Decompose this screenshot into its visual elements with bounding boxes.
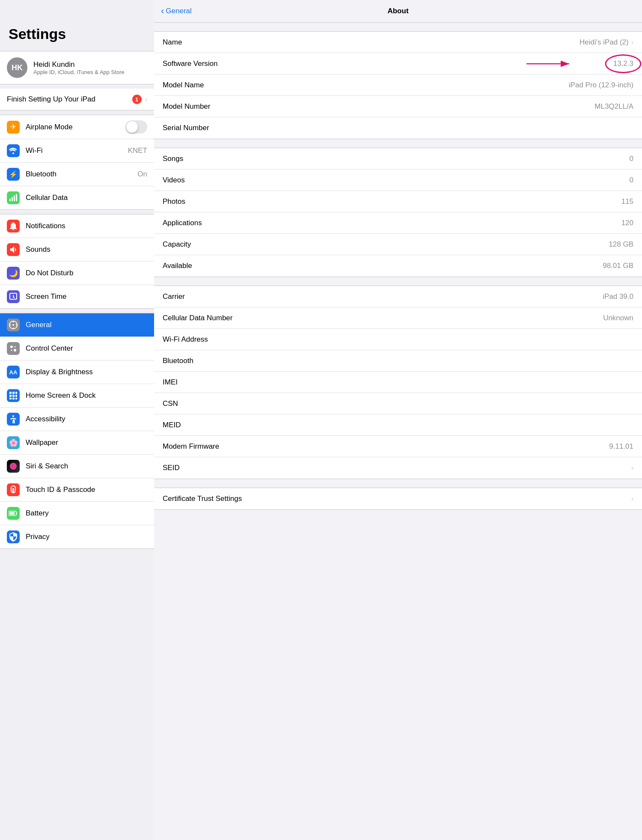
- back-chevron-icon: ‹: [161, 6, 164, 17]
- cellular-icon: [7, 191, 20, 204]
- table-row-model-number: Model Number ML3Q2LL/A: [154, 96, 642, 117]
- svg-rect-12: [15, 392, 17, 394]
- sidebar: Settings HK Heidi Kundin Apple ID, iClou…: [0, 0, 154, 840]
- sidebar-item-airplane-mode[interactable]: ✈ Airplane Mode: [0, 115, 154, 139]
- airplane-mode-toggle[interactable]: [125, 120, 147, 134]
- svg-point-7: [14, 349, 16, 351]
- touch-id-icon: [7, 483, 20, 496]
- about-group-4: Certificate Trust Settings ›: [154, 488, 642, 510]
- row-label-model-number: Model Number: [163, 102, 594, 111]
- svg-rect-17: [12, 398, 15, 399]
- row-value-software-version: 13.2.3: [613, 60, 633, 68]
- row-label-modem-firmware: Modem Firmware: [163, 442, 609, 451]
- wallpaper-icon: 🌸: [7, 436, 20, 449]
- svg-rect-11: [12, 392, 15, 394]
- row-value-photos: 115: [621, 197, 633, 206]
- sidebar-item-accessibility[interactable]: Accessibility: [0, 408, 154, 431]
- do-not-disturb-label: Do Not Disturb: [26, 269, 147, 277]
- airplane-mode-label: Airplane Mode: [26, 123, 125, 131]
- cellular-label: Cellular Data: [26, 194, 147, 202]
- svg-rect-21: [16, 512, 17, 515]
- table-row-csn: CSN: [154, 393, 642, 414]
- display-brightness-label: Display & Brightness: [26, 368, 147, 376]
- sidebar-item-do-not-disturb[interactable]: 🌙 Do Not Disturb: [0, 262, 154, 285]
- table-row-wifi-address: Wi-Fi Address: [154, 329, 642, 350]
- row-label-wifi-address: Wi-Fi Address: [163, 335, 633, 344]
- table-row-certificate-trust[interactable]: Certificate Trust Settings ›: [154, 488, 642, 509]
- bluetooth-label: Bluetooth: [26, 170, 137, 179]
- sidebar-item-wifi[interactable]: Wi-Fi KNET: [0, 139, 154, 163]
- user-subtitle: Apple ID, iCloud, iTunes & App Store: [33, 69, 125, 75]
- wifi-icon: [7, 144, 20, 157]
- sidebar-item-touch-id[interactable]: Touch ID & Passcode: [0, 478, 154, 502]
- notifications-icon: [7, 220, 20, 232]
- row-value-cellular-data-number: Unknown: [603, 314, 633, 322]
- siri-icon: [7, 460, 20, 473]
- sidebar-item-bluetooth[interactable]: ⚡ Bluetooth On: [0, 163, 154, 186]
- svg-rect-0: [9, 199, 11, 201]
- row-label-seid: SEID: [163, 464, 629, 472]
- siri-label: Siri & Search: [26, 462, 147, 471]
- sidebar-item-cellular[interactable]: Cellular Data: [0, 186, 154, 209]
- row-label-carrier: Carrier: [163, 292, 603, 301]
- sidebar-item-home-screen[interactable]: Home Screen & Dock: [0, 384, 154, 408]
- battery-icon: [7, 507, 20, 520]
- avatar: HK: [7, 57, 27, 78]
- sidebar-item-display-brightness[interactable]: AA Display & Brightness: [0, 360, 154, 384]
- svg-rect-1: [12, 197, 13, 201]
- table-row-imei: IMEI: [154, 372, 642, 393]
- row-label-cellular-data-number: Cellular Data Number: [163, 314, 603, 322]
- nav-back-button[interactable]: ‹ General: [161, 6, 192, 17]
- finish-setup-row[interactable]: Finish Setting Up Your iPad 1 ›: [0, 89, 154, 110]
- sounds-icon: [7, 243, 20, 256]
- svg-rect-18: [15, 398, 17, 399]
- airplane-mode-icon: ✈: [7, 121, 20, 134]
- row-label-available: Available: [163, 262, 603, 270]
- sidebar-item-general[interactable]: General: [0, 313, 154, 337]
- general-label: General: [26, 321, 147, 329]
- row-label-capacity: Capacity: [163, 240, 609, 249]
- row-value-applications: 120: [621, 219, 633, 227]
- table-row-applications: Applications 120: [154, 212, 642, 234]
- user-profile[interactable]: HK Heidi Kundin Apple ID, iCloud, iTunes…: [0, 51, 154, 84]
- table-row-photos: Photos 115: [154, 191, 642, 212]
- accessibility-icon: [7, 413, 20, 426]
- table-row[interactable]: Name Heidi's iPad (2) ›: [154, 32, 642, 53]
- row-value-videos: 0: [630, 176, 633, 185]
- table-row-meid: MEID: [154, 414, 642, 436]
- row-label-model-name: Model Name: [163, 81, 569, 89]
- sidebar-item-sounds[interactable]: Sounds: [0, 238, 154, 262]
- sidebar-item-battery[interactable]: Battery: [0, 502, 154, 525]
- row-value-model-number: ML3Q2LL/A: [594, 102, 633, 111]
- row-value-carrier: iPad 39.0: [603, 292, 633, 301]
- sidebar-item-wallpaper[interactable]: 🌸 Wallpaper: [0, 431, 154, 455]
- display-brightness-icon: AA: [7, 366, 20, 378]
- sidebar-item-privacy[interactable]: Privacy: [0, 525, 154, 548]
- home-screen-icon: [7, 389, 20, 402]
- sidebar-item-notifications[interactable]: Notifications: [0, 214, 154, 238]
- sidebar-item-control-center[interactable]: Control Center: [0, 337, 154, 360]
- table-row-songs: Songs 0: [154, 148, 642, 170]
- table-row-model-name: Model Name iPad Pro (12.9-inch): [154, 74, 642, 96]
- pink-arrow-annotation: [522, 55, 582, 72]
- wallpaper-label: Wallpaper: [26, 438, 147, 447]
- sidebar-item-siri[interactable]: Siri & Search: [0, 455, 154, 478]
- about-group-3: Carrier iPad 39.0 Cellular Data Number U…: [154, 286, 642, 479]
- accessibility-label: Accessibility: [26, 415, 147, 423]
- finish-setup-badge: 1: [132, 95, 142, 104]
- battery-label: Battery: [26, 509, 147, 518]
- svg-point-5: [12, 324, 14, 326]
- control-center-label: Control Center: [26, 344, 147, 353]
- svg-rect-3: [16, 194, 17, 201]
- certificate-trust-chevron-icon: ›: [631, 495, 633, 503]
- table-row-seid[interactable]: SEID ›: [154, 457, 642, 479]
- row-value-modem-firmware: 9.11.01: [609, 442, 633, 451]
- do-not-disturb-icon: 🌙: [7, 267, 20, 280]
- row-value-name: Heidi's iPad (2): [580, 38, 629, 47]
- about-group-2: Songs 0 Videos 0 Photos 115 Applications…: [154, 148, 642, 277]
- user-name: Heidi Kundin: [33, 60, 125, 69]
- sidebar-group-2: Notifications Sounds 🌙 Do Not Disturb Sc…: [0, 214, 154, 309]
- row-label-csn: CSN: [163, 399, 633, 408]
- sidebar-item-screen-time[interactable]: Screen Time: [0, 285, 154, 308]
- screen-time-label: Screen Time: [26, 292, 147, 301]
